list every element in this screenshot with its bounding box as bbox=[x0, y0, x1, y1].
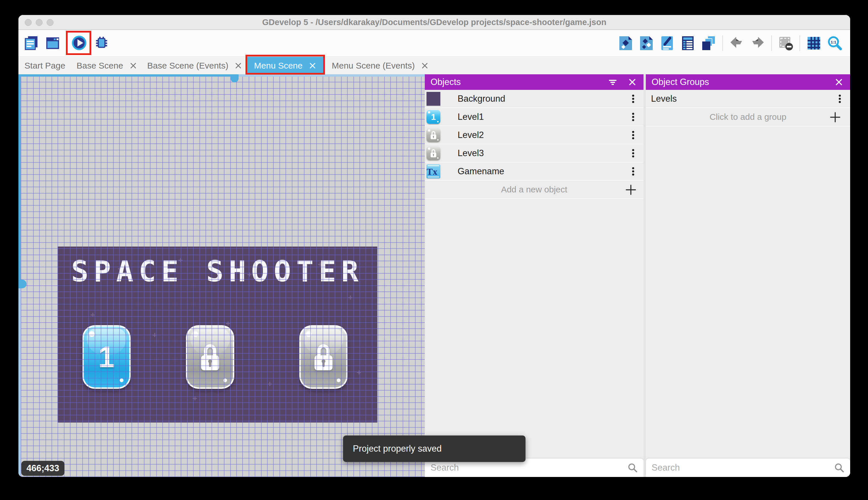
object-name: Background bbox=[458, 94, 505, 104]
objects-editor-icon[interactable] bbox=[618, 35, 634, 51]
group-name: Levels bbox=[651, 94, 677, 104]
toolbar-separator bbox=[771, 35, 772, 51]
instances-editor-icon[interactable] bbox=[638, 35, 655, 51]
tab-label: Start Page bbox=[24, 61, 65, 70]
screen: GDevelop 5 - /Users/dkarakay/Documents/G… bbox=[0, 0, 868, 500]
content: SPACE SHOOTER 1 bbox=[19, 74, 850, 477]
toolbar-separator bbox=[799, 35, 800, 51]
tab-menu-scene-events[interactable]: Menu Scene (Events) bbox=[323, 57, 437, 75]
kebab-menu-icon[interactable] bbox=[835, 93, 845, 104]
toolbar: 1:1 bbox=[19, 30, 850, 56]
annotation-box-play bbox=[66, 31, 91, 55]
close-icon[interactable] bbox=[627, 77, 637, 87]
search-icon[interactable] bbox=[834, 463, 844, 473]
panel-divider[interactable] bbox=[644, 74, 646, 477]
group-row-levels[interactable]: Levels bbox=[646, 90, 850, 108]
horizontal-scrollbar[interactable] bbox=[19, 74, 425, 77]
grid-overlay bbox=[21, 77, 425, 477]
close-icon[interactable] bbox=[834, 77, 844, 87]
add-group-row[interactable]: Click to add a group bbox=[646, 108, 850, 126]
object-groups-panel: Object Groups Levels Click to add a grou… bbox=[646, 74, 850, 477]
object-name: Level3 bbox=[458, 148, 484, 158]
scene-canvas[interactable]: SPACE SHOOTER 1 bbox=[19, 74, 425, 477]
kebab-menu-icon[interactable] bbox=[628, 166, 638, 177]
add-group-label: Click to add a group bbox=[710, 112, 787, 122]
annotation-box-menu-scene-tab bbox=[246, 55, 325, 75]
close-tab-icon[interactable] bbox=[421, 62, 429, 69]
tab-start-page[interactable]: Start Page bbox=[19, 57, 71, 75]
kebab-menu-icon[interactable] bbox=[628, 111, 638, 123]
instances-list-icon[interactable] bbox=[680, 35, 696, 51]
plus-icon[interactable] bbox=[624, 183, 637, 196]
kebab-menu-icon[interactable] bbox=[628, 93, 638, 104]
search-icon[interactable] bbox=[627, 463, 638, 473]
level1-button-icon: 1 bbox=[426, 110, 440, 124]
close-tab-icon[interactable] bbox=[235, 62, 242, 69]
svg-text:Tx: Tx bbox=[426, 167, 437, 177]
object-row-level2[interactable]: Level2 bbox=[425, 126, 644, 144]
object-name: Level2 bbox=[458, 130, 484, 140]
vertical-scrollbar[interactable] bbox=[19, 74, 21, 477]
tab-label: Base Scene (Events) bbox=[147, 61, 228, 70]
objects-panel-header: Objects bbox=[425, 74, 644, 90]
vertical-scrollbar-thumb[interactable] bbox=[19, 74, 21, 284]
groups-search-bar bbox=[646, 458, 850, 477]
app-window: GDevelop 5 - /Users/dkarakay/Documents/G… bbox=[19, 15, 850, 477]
horizontal-scrollbar-thumb[interactable] bbox=[19, 74, 235, 77]
tab-base-scene[interactable]: Base Scene bbox=[71, 57, 142, 75]
close-window-button[interactable] bbox=[25, 19, 32, 26]
titlebar: GDevelop 5 - /Users/dkarakay/Documents/G… bbox=[19, 15, 850, 30]
add-object-row[interactable]: Add a new object bbox=[425, 181, 644, 199]
groups-panel-header: Object Groups bbox=[646, 74, 850, 90]
svg-text:1:1: 1:1 bbox=[831, 40, 836, 44]
object-row-level1[interactable]: 1 Level1 bbox=[425, 108, 644, 126]
tab-label: Menu Scene (Events) bbox=[332, 61, 415, 70]
traffic-lights bbox=[25, 19, 54, 26]
object-row-background[interactable]: Background bbox=[425, 90, 644, 108]
tab-bar: Start Page Base Scene Base Scene (Events… bbox=[19, 56, 850, 74]
groups-panel-title: Object Groups bbox=[652, 77, 824, 87]
locked-button-icon bbox=[426, 128, 440, 142]
cursor-coordinates-badge: 466;433 bbox=[21, 461, 64, 476]
kebab-menu-icon[interactable] bbox=[628, 147, 638, 159]
horizontal-scrollbar-marker[interactable] bbox=[231, 74, 238, 82]
debug-icon[interactable] bbox=[94, 35, 109, 51]
close-tab-icon[interactable] bbox=[129, 62, 137, 69]
locked-button-icon bbox=[426, 146, 440, 160]
kebab-menu-icon[interactable] bbox=[628, 129, 638, 141]
window-mask-icon[interactable] bbox=[778, 35, 794, 51]
project-manager-icon[interactable] bbox=[24, 35, 39, 51]
object-name: Gamename bbox=[458, 166, 504, 177]
object-row-gamename[interactable]: Tx Gamename bbox=[425, 162, 644, 181]
undo-icon[interactable] bbox=[729, 35, 745, 51]
window-title: GDevelop 5 - /Users/dkarakay/Documents/G… bbox=[19, 15, 850, 30]
object-name: Level1 bbox=[458, 112, 484, 122]
properties-icon[interactable] bbox=[659, 35, 675, 51]
redo-icon[interactable] bbox=[749, 35, 765, 51]
layers-icon[interactable] bbox=[701, 35, 717, 51]
text-object-icon: Tx bbox=[426, 164, 440, 178]
toolbar-right-group: 1:1 bbox=[618, 35, 843, 51]
background-thumbnail-icon bbox=[426, 92, 440, 106]
objects-search-input[interactable] bbox=[431, 463, 627, 473]
tab-label: Base Scene bbox=[77, 61, 123, 70]
grid-icon[interactable] bbox=[806, 35, 822, 51]
toolbar-separator bbox=[723, 35, 723, 51]
groups-search-input[interactable] bbox=[652, 463, 834, 473]
add-object-label: Add a new object bbox=[501, 185, 567, 194]
objects-panel: Objects Background bbox=[425, 74, 644, 477]
object-row-level3[interactable]: Level3 bbox=[425, 144, 644, 162]
zoom-1-1-icon[interactable]: 1:1 bbox=[826, 35, 843, 51]
objects-panel-title: Objects bbox=[431, 77, 598, 87]
filter-icon[interactable] bbox=[608, 77, 618, 87]
toast-notification: Project properly saved bbox=[343, 435, 526, 462]
zoom-window-button[interactable] bbox=[47, 19, 54, 26]
toast-message: Project properly saved bbox=[353, 444, 442, 454]
scene-properties-icon[interactable] bbox=[45, 35, 60, 51]
tab-base-scene-events[interactable]: Base Scene (Events) bbox=[142, 57, 247, 75]
minimize-window-button[interactable] bbox=[36, 19, 43, 26]
plus-icon[interactable] bbox=[829, 111, 842, 124]
